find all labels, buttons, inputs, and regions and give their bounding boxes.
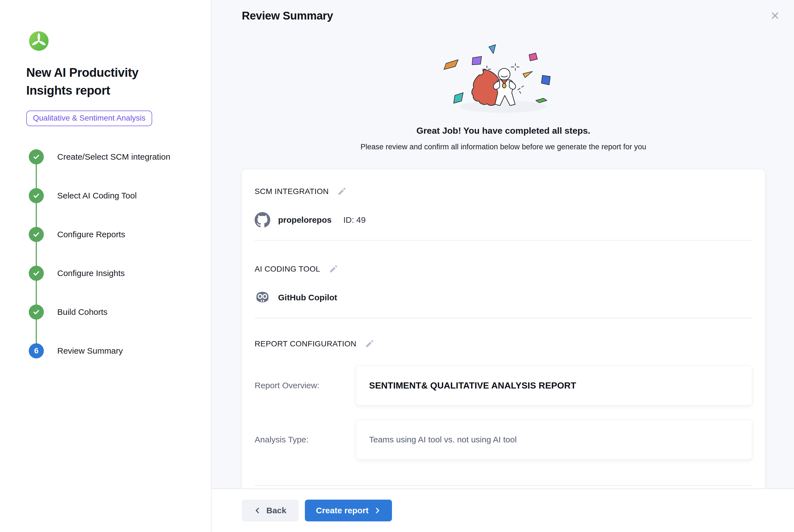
tool-name: GitHub Copilot <box>278 293 337 302</box>
create-report-button-label: Create report <box>316 506 368 515</box>
analysis-type-value-box: Teams using AI tool vs. not using AI too… <box>356 420 752 459</box>
propelo-propeller-icon <box>29 31 49 51</box>
panel-body: Great Job! You have completed all steps.… <box>212 27 794 489</box>
github-octocat-icon <box>254 212 270 228</box>
step-label: Build Cohorts <box>57 307 108 317</box>
github-copilot-icon <box>254 290 270 305</box>
step-create-select-scm-integration[interactable]: Create/Select SCM integration <box>26 137 200 176</box>
panel-header: Review Summary <box>212 0 794 27</box>
step-label: Create/Select SCM integration <box>57 152 170 162</box>
step-label: Configure Insights <box>57 268 125 278</box>
congrats-subtitle: Please review and confirm all informatio… <box>242 142 765 151</box>
panel-title: Review Summary <box>242 10 794 22</box>
back-button[interactable]: Back <box>242 500 299 521</box>
step-done-check-icon <box>29 149 44 165</box>
analysis-type-value: Teams using AI tool vs. not using AI too… <box>369 435 517 444</box>
step-label: Select AI Coding Tool <box>57 191 137 201</box>
tool-section-label: AI CODING TOOL <box>254 265 320 273</box>
tool-row: GitHub Copilot <box>254 290 752 305</box>
edit-scm-pencil-icon[interactable] <box>337 187 347 196</box>
edit-tool-pencil-icon[interactable] <box>328 264 339 274</box>
step-review-summary-current[interactable]: 6 Review Summary <box>26 331 200 370</box>
step-build-cohorts[interactable]: Build Cohorts <box>26 292 200 331</box>
scm-integration-id: ID: 49 <box>343 215 366 225</box>
step-select-ai-coding-tool[interactable]: Select AI Coding Tool <box>26 176 200 215</box>
step-configure-reports[interactable]: Configure Reports <box>26 215 200 254</box>
review-summary-panel: Review Summary <box>212 0 794 532</box>
report-config-section: REPORT CONFIGURATION Report Overview: SE… <box>254 339 752 486</box>
chevron-right-icon <box>374 507 381 514</box>
report-config-header: REPORT CONFIGURATION <box>254 339 752 349</box>
report-overview-value-box: SENTIMENT& QUALITATIVE ANALYSIS REPORT <box>356 366 752 405</box>
new-report-wizard: New AI Productivity Insights report Qual… <box>0 0 794 532</box>
section-divider <box>254 318 752 318</box>
report-overview-row: Report Overview: SENTIMENT& QUALITATIVE … <box>254 366 752 405</box>
report-type-badge: Qualitative & Sentiment Analysis <box>26 111 152 126</box>
create-report-button[interactable]: Create report <box>305 500 392 521</box>
wizard-footer: Back Create report <box>212 489 794 532</box>
step-label: Configure Reports <box>57 230 125 239</box>
back-button-label: Back <box>266 506 286 515</box>
congrats-title: Great Job! You have completed all steps. <box>242 126 765 136</box>
congrats-hero: Great Job! You have completed all steps.… <box>242 27 765 151</box>
celebration-illustration <box>431 42 576 120</box>
scm-section-header: SCM INTEGRATION <box>254 187 752 196</box>
scm-integration-name: propelorepos <box>278 215 332 225</box>
close-icon[interactable] <box>768 9 782 22</box>
report-overview-label: Report Overview: <box>254 381 356 390</box>
step-label: Review Summary <box>57 346 123 356</box>
step-done-check-icon <box>29 188 44 203</box>
chevron-left-icon <box>254 507 261 514</box>
step-done-check-icon <box>29 305 44 320</box>
section-divider <box>254 240 752 241</box>
tool-section-header: AI CODING TOOL <box>254 264 752 274</box>
report-title: New AI Productivity Insights report <box>26 64 166 99</box>
step-done-check-icon <box>29 266 44 281</box>
summary-card: SCM INTEGRATION propelorepos ID: 49 <box>242 169 765 489</box>
wizard-stepper: Create/Select SCM integration Select AI … <box>26 137 200 370</box>
edit-report-config-pencil-icon[interactable] <box>365 339 375 349</box>
analysis-type-row: Analysis Type: Teams using AI tool vs. n… <box>254 420 752 459</box>
step-configure-insights[interactable]: Configure Insights <box>26 254 200 292</box>
scm-integration-row: propelorepos ID: 49 <box>254 212 752 228</box>
report-config-label: REPORT CONFIGURATION <box>254 339 356 348</box>
wizard-sidebar: New AI Productivity Insights report Qual… <box>0 0 212 532</box>
scm-section-label: SCM INTEGRATION <box>254 187 328 196</box>
tool-section: AI CODING TOOL <box>254 264 752 318</box>
step-number-badge: 6 <box>29 343 44 358</box>
analysis-type-label: Analysis Type: <box>254 435 356 444</box>
section-divider <box>254 485 752 486</box>
report-overview-value: SENTIMENT& QUALITATIVE ANALYSIS REPORT <box>369 380 576 391</box>
step-done-check-icon <box>29 227 44 242</box>
